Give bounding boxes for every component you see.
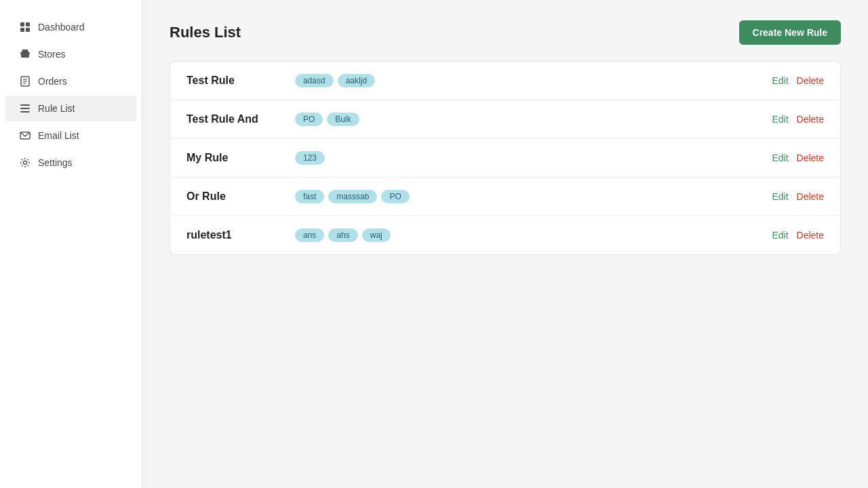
- delete-button[interactable]: Delete: [797, 152, 824, 163]
- rule-tags: ansahswaj: [295, 228, 772, 242]
- dashboard-icon: [19, 21, 31, 33]
- svg-rect-4: [23, 55, 27, 58]
- tag: ans: [295, 228, 324, 242]
- table-row: Or RulefastmasssabPOEditDelete: [170, 178, 840, 216]
- svg-rect-0: [20, 22, 24, 26]
- tag: masssab: [328, 190, 377, 203]
- sidebar-item-settings[interactable]: Settings: [5, 150, 136, 176]
- sidebar-item-orders-label: Orders: [38, 76, 67, 87]
- sidebar-item-rule-list-label: Rule List: [38, 103, 75, 114]
- table-row: Test Rule AndPOBulkEditDelete: [170, 100, 840, 139]
- tag: adasd: [295, 74, 334, 87]
- delete-button[interactable]: Delete: [797, 75, 824, 86]
- svg-rect-3: [26, 28, 30, 32]
- sidebar-item-dashboard[interactable]: Dashboard: [5, 14, 136, 40]
- sidebar-item-stores[interactable]: Stores: [5, 41, 136, 67]
- tag: waj: [362, 228, 391, 242]
- table-row: My Rule123EditDelete: [170, 139, 840, 178]
- tag: PO: [381, 190, 409, 203]
- table-row: ruletest1ansahswajEditDelete: [170, 216, 840, 254]
- svg-rect-1: [26, 22, 30, 26]
- rule-actions: EditDelete: [772, 230, 824, 241]
- sidebar-item-email-list[interactable]: Email List: [5, 123, 136, 148]
- svg-rect-2: [20, 28, 24, 32]
- rule-actions: EditDelete: [772, 191, 824, 202]
- rule-name: Test Rule: [186, 75, 295, 87]
- email-list-icon: [19, 129, 31, 142]
- tag: PO: [295, 113, 323, 126]
- edit-button[interactable]: Edit: [772, 114, 788, 125]
- rules-list-card: Test RuleadasdaakljdEditDeleteTest Rule …: [170, 61, 841, 255]
- edit-button[interactable]: Edit: [772, 152, 788, 163]
- sidebar-item-dashboard-label: Dashboard: [38, 22, 85, 33]
- sidebar-item-stores-label: Stores: [38, 49, 65, 60]
- settings-icon: [19, 157, 31, 169]
- rule-actions: EditDelete: [772, 114, 824, 125]
- table-row: Test RuleadasdaakljdEditDelete: [170, 62, 840, 100]
- rule-name: My Rule: [186, 152, 295, 164]
- svg-rect-10: [20, 108, 30, 109]
- rule-tags: 123: [295, 151, 772, 165]
- edit-button[interactable]: Edit: [772, 191, 788, 202]
- rule-actions: EditDelete: [772, 152, 824, 163]
- main-content: Rules List Create New Rule Test Ruleadas…: [142, 0, 868, 488]
- tag: ahs: [328, 228, 357, 242]
- stores-icon: [19, 48, 31, 60]
- rule-name: Or Rule: [186, 190, 295, 203]
- rule-name: Test Rule And: [186, 113, 295, 125]
- rule-tags: fastmasssabPO: [295, 190, 772, 203]
- tag: aakljd: [338, 74, 375, 87]
- svg-point-13: [24, 161, 27, 165]
- sidebar: Dashboard Stores Orders Rule List Email …: [0, 0, 142, 488]
- delete-button[interactable]: Delete: [797, 114, 824, 125]
- rule-tags: adasdaakljd: [295, 74, 772, 87]
- sidebar-item-rule-list[interactable]: Rule List: [5, 96, 136, 121]
- sidebar-item-email-list-label: Email List: [38, 130, 79, 141]
- orders-icon: [19, 75, 31, 87]
- header-row: Rules List Create New Rule: [170, 20, 841, 45]
- svg-rect-9: [20, 104, 30, 106]
- svg-rect-11: [20, 111, 30, 113]
- rule-list-icon: [19, 102, 31, 115]
- sidebar-item-orders[interactable]: Orders: [5, 68, 136, 94]
- tag: 123: [295, 151, 325, 165]
- edit-button[interactable]: Edit: [772, 75, 788, 86]
- rule-tags: POBulk: [295, 113, 772, 126]
- page-title: Rules List: [170, 24, 241, 41]
- tag: fast: [295, 190, 324, 203]
- delete-button[interactable]: Delete: [797, 191, 824, 202]
- rule-name: ruletest1: [186, 229, 295, 241]
- rule-actions: EditDelete: [772, 75, 824, 86]
- edit-button[interactable]: Edit: [772, 230, 788, 241]
- create-new-rule-button[interactable]: Create New Rule: [739, 20, 841, 45]
- tag: Bulk: [327, 113, 359, 126]
- delete-button[interactable]: Delete: [797, 230, 824, 241]
- sidebar-item-settings-label: Settings: [38, 157, 73, 168]
